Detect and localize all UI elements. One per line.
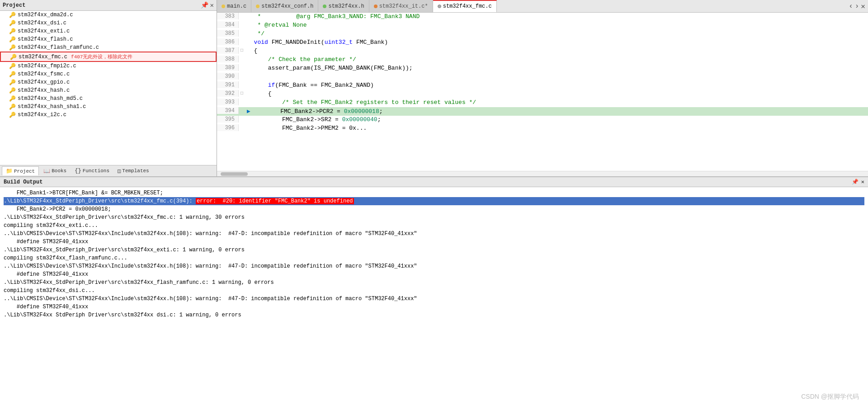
line-expand: [239, 30, 245, 31]
panel-tab-icon-0: 📁: [6, 168, 13, 174]
file-name: stm32f4xx_hash.c: [18, 87, 70, 94]
comment-text: */: [254, 30, 264, 37]
editor-tabs-end: ‹›✕: [846, 2, 868, 11]
line-content: if(FMC_Bank == FMC_Bank2_NAND): [245, 81, 374, 89]
line-expand: [239, 99, 245, 99]
line-number: 390: [217, 73, 239, 80]
pin-icon[interactable]: 📌: [201, 1, 208, 9]
tree-item-4[interactable]: 🔑stm32f4xx_flash_ramfunc.c: [0, 43, 217, 52]
file-name: stm32f4xx_flash_ramfunc.c: [18, 44, 99, 51]
build-line-10: #define STM32F40_41xxx: [4, 270, 864, 278]
panel-tab-label: Templates: [122, 168, 149, 174]
line-expand[interactable]: □: [239, 90, 245, 96]
tab-label-4: stm32f4xx_fmc.c: [443, 3, 492, 9]
editor-tab-3[interactable]: stm32f4xx_it.c*: [369, 0, 433, 13]
tree-item-3[interactable]: 🔑stm32f4xx_flash.c: [0, 35, 217, 43]
build-line-3: .\Lib\STM32F4xx_StdPeriph_Driver\src\stm…: [4, 213, 864, 221]
tabs-close-all[interactable]: ✕: [861, 2, 865, 11]
code-line-393: 393 /* Set the FMC_Bank2 registers to th…: [217, 99, 868, 107]
code-area[interactable]: 383 * @arg FMC_Bank3_NAND: FMC_Bank3 NAN…: [217, 13, 868, 171]
panel-tab-templates[interactable]: ◫Templates: [114, 167, 153, 175]
build-pin-icon[interactable]: 📌: [852, 179, 859, 185]
build-line-0: FMC_Bank1->BTCR[FMC_Bank] &= BCR_MBKEN_R…: [4, 189, 864, 197]
line-expand: [239, 107, 245, 108]
panel-tab-functions[interactable]: {}Functions: [71, 167, 113, 175]
tree-item-11[interactable]: 🔑stm32f4xx_hash_sha1.c: [0, 103, 217, 111]
code-line-385: 385 */: [217, 30, 868, 38]
build-line-4: compiling stm32f4xx_exti.c...: [4, 221, 864, 230]
file-name: stm32f4xx_fsmc.c: [18, 71, 70, 77]
line-expand: [239, 73, 245, 74]
file-name: stm32f4xx_dsi.c: [18, 20, 66, 26]
file-name: stm32f4xx_exti.c: [18, 28, 70, 34]
horizontal-scrollbar[interactable]: [217, 171, 868, 176]
build-line-9: ..\Lib\CMSIS\Device\ST\STM32F4xx\Include…: [4, 262, 864, 270]
editor-tab-1[interactable]: stm32f4xx_conf.h: [251, 0, 318, 13]
tabs-scroll-left[interactable]: ‹: [849, 2, 853, 10]
code-line-394: 394 ▶ FMC_Bank2->PCR2 = 0x00000018;: [217, 107, 868, 116]
panel-tab-books[interactable]: 📖Books: [40, 167, 70, 175]
tab-indicator-4: [438, 5, 441, 8]
panel-tab-label: Functions: [83, 168, 109, 174]
editor-tab-4[interactable]: stm32f4xx_fmc.c: [433, 0, 497, 13]
line-expand: [239, 64, 245, 65]
build-line-1: .\Lib\STM32F4xx_StdPeriph_Driver\src\stm…: [4, 197, 864, 205]
line-number: 393: [217, 99, 239, 105]
build-error-path: .\Lib\STM32F4xx_StdPeriph_Driver\src\stm…: [4, 198, 196, 204]
tree-item-8[interactable]: 🔑stm32f4xx_gpio.c: [0, 78, 217, 86]
tab-indicator-3: [374, 5, 377, 8]
editor-area: main.cstm32f4xx_conf.hstm32f4xx.hstm32f4…: [217, 0, 868, 176]
scrollbar-thumb[interactable]: [221, 172, 248, 176]
line-content: ▶ FMC_Bank2->PCR2 = 0x00000018;: [245, 107, 383, 115]
tabs-scroll-right[interactable]: ›: [855, 2, 859, 10]
build-area: Build Output 📌 ✕ FMC_Bank1->BTCR[FMC_Ban…: [0, 176, 868, 410]
tree-item-12[interactable]: 🔑stm32f4xx_i2c.c: [0, 111, 217, 119]
editor-tab-0[interactable]: main.c: [217, 0, 251, 13]
build-close-icon[interactable]: ✕: [861, 179, 864, 185]
editor-tab-2[interactable]: stm32f4xx.h: [318, 0, 369, 13]
tab-label-2: stm32f4xx.h: [328, 3, 364, 9]
line-content: FMC_Bank2->PMEM2 = 0x...: [245, 124, 367, 132]
build-line-5: ..\Lib\CMSIS\Device\ST\STM32F4xx\Include…: [4, 230, 864, 238]
line-number: 383: [217, 13, 239, 19]
code-line-390: 390: [217, 73, 868, 81]
build-content[interactable]: FMC_Bank1->BTCR[FMC_Bank] &= BCR_MBKEN_R…: [0, 187, 868, 410]
line-expand: [239, 13, 245, 14]
code-line-396: 396 FMC_Bank2->PMEM2 = 0x...: [217, 124, 868, 133]
line-content: /* Check the parameter */: [245, 56, 356, 63]
build-line-2: FMC_Bank2->PCR2 = 0x00000018;: [4, 205, 864, 213]
tree-item-1[interactable]: 🔑stm32f4xx_dsi.c: [0, 19, 217, 27]
tree-item-2[interactable]: 🔑stm32f4xx_exti.c: [0, 27, 217, 35]
tree-item-9[interactable]: 🔑stm32f4xx_hash.c: [0, 86, 217, 94]
build-line-7: .\Lib\STM32F4xx_StdPeriph_Driver\src\stm…: [4, 246, 864, 254]
tree-item-7[interactable]: 🔑stm32f4xx_fsmc.c: [0, 70, 217, 78]
tab-label-0: main.c: [227, 3, 246, 9]
line-number: 387: [217, 47, 239, 54]
line-content: /* Set the FMC_Bank2 registers to their …: [245, 99, 476, 106]
code-line-386: 386 void FMC_NANDDeInit(uint32_t FMC_Ban…: [217, 38, 868, 47]
project-title: Project: [3, 2, 25, 9]
close-panel-icon[interactable]: ✕: [210, 1, 214, 9]
line-content: void FMC_NANDDeInit(uint32_t FMC_Bank): [245, 38, 388, 46]
arrow-marker: ▶: [247, 108, 250, 115]
editor-tabs: main.cstm32f4xx_conf.hstm32f4xx.hstm32f4…: [217, 0, 868, 13]
build-line-15: .\Lib\STM32F4xx StdPeriph Driver\src\stm…: [4, 311, 864, 319]
file-name: stm32f4xx_fmpi2c.c: [18, 63, 76, 69]
tree-item-10[interactable]: 🔑stm32f4xx_hash_md5.c: [0, 94, 217, 103]
file-icon: 🔑: [9, 44, 15, 51]
file-icon: 🔑: [9, 87, 15, 94]
file-icon: 🔑: [9, 95, 15, 102]
tree-item-0[interactable]: 🔑stm32f4xx_dma2d.c: [0, 11, 217, 19]
line-expand: [239, 21, 245, 22]
line-expand[interactable]: □: [239, 47, 245, 53]
file-name: stm32f4xx_i2c.c: [18, 112, 66, 118]
line-number: 392: [217, 90, 239, 97]
tree-item-5[interactable]: 🔑stm32f4xx_fmc.cf407无此外设，移除此文件: [0, 52, 217, 62]
panel-tab-project[interactable]: 📁Project: [2, 166, 39, 175]
tree-item-6[interactable]: 🔑stm32f4xx_fmpi2c.c: [0, 62, 217, 70]
file-icon: 🔑: [9, 36, 15, 42]
line-number: 388: [217, 56, 239, 62]
code-line-389: 389 assert_param(IS_FMC_NAND_BANK(FMC_Ba…: [217, 64, 868, 73]
file-name: stm32f4xx_fmc.c: [19, 54, 67, 60]
line-content: FMC_Bank2->SR2 = 0x00000040;: [245, 116, 381, 123]
